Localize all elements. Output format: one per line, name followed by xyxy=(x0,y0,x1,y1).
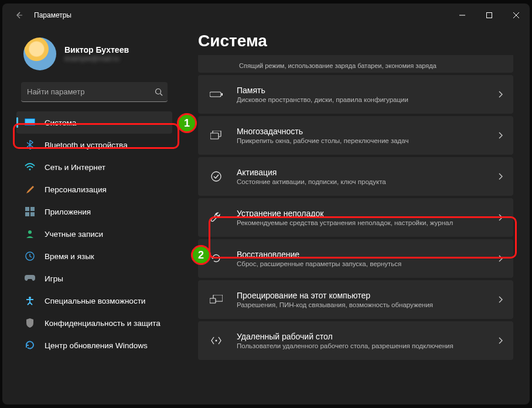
svg-line-6 xyxy=(161,94,163,96)
svg-rect-13 xyxy=(30,212,35,216)
main-panel: Система Спящий режим, использование заря… xyxy=(178,27,530,404)
svg-rect-23 xyxy=(210,298,216,303)
sidebar-item-bluetooth[interactable]: Bluetooth и устройства xyxy=(16,134,172,156)
system-icon xyxy=(25,117,35,128)
sidebar-item-accounts[interactable]: Учетные записи xyxy=(16,223,172,245)
chevron-right-icon xyxy=(498,132,503,139)
back-button[interactable] xyxy=(13,9,25,21)
projecting-icon xyxy=(209,295,224,304)
gaming-icon xyxy=(25,273,35,284)
row-desc: Состояние активации, подписки, ключ прод… xyxy=(237,178,485,185)
svg-rect-12 xyxy=(25,212,29,216)
nav-list: Система Bluetooth и устройства Сеть и Ин… xyxy=(7,111,178,356)
row-title: Активация xyxy=(237,168,485,177)
row-troubleshoot[interactable]: Устранение неполадокРекомендуемые средст… xyxy=(198,198,513,237)
storage-icon xyxy=(209,91,224,98)
row-desc: Прикрепить окна, рабочие столы, переключ… xyxy=(237,137,485,144)
update-icon xyxy=(25,340,35,351)
row-multitasking[interactable]: МногозадачностьПрикрепить окна, рабочие … xyxy=(198,116,513,155)
sidebar-item-gaming[interactable]: Игры xyxy=(16,267,172,290)
maximize-icon xyxy=(486,12,492,18)
close-button[interactable] xyxy=(503,6,530,25)
user-block[interactable]: Виктор Бухтеев example@mail.ru xyxy=(7,33,178,80)
sidebar: Виктор Бухтеев example@mail.ru Система B… xyxy=(2,27,178,404)
window-controls xyxy=(449,6,530,25)
sidebar-item-accessibility[interactable]: Специальные возможности xyxy=(16,290,172,312)
svg-point-16 xyxy=(29,297,31,299)
svg-point-9 xyxy=(29,169,31,171)
svg-point-21 xyxy=(212,172,221,181)
titlebar: Параметры xyxy=(2,4,530,27)
sidebar-item-label: Приложения xyxy=(45,208,91,216)
user-text: Виктор Бухтеев example@mail.ru xyxy=(64,45,129,63)
minimize-button[interactable] xyxy=(449,6,476,25)
sidebar-item-time[interactable]: Время и язык xyxy=(16,245,172,267)
row-activation[interactable]: АктивацияСостояние активации, подписки, … xyxy=(198,157,513,196)
row-recovery[interactable]: ВосстановлениеСброс, расширенные парамет… xyxy=(198,239,513,278)
svg-rect-2 xyxy=(487,13,492,18)
row-title: Память xyxy=(237,86,485,95)
shield-icon xyxy=(25,318,35,328)
page-title: Система xyxy=(198,32,513,50)
row-power-partial[interactable]: Спящий режим, использование заряда батар… xyxy=(198,55,513,73)
row-desc: Спящий режим, использование заряда батар… xyxy=(209,62,436,69)
content-area: Виктор Бухтеев example@mail.ru Система B… xyxy=(2,27,530,404)
settings-window: Параметры Виктор Бухтеев example@mail.ru xyxy=(2,4,530,404)
svg-rect-18 xyxy=(221,93,223,96)
svg-rect-10 xyxy=(25,207,29,211)
svg-rect-17 xyxy=(210,92,221,97)
svg-rect-20 xyxy=(210,133,219,139)
sidebar-item-label: Учетные записи xyxy=(45,230,103,239)
arrow-left-icon xyxy=(14,11,23,20)
row-projecting[interactable]: Проецирование на этот компьютерРазрешени… xyxy=(198,280,513,319)
svg-rect-11 xyxy=(30,207,35,211)
row-title: Удаленный рабочий стол xyxy=(237,332,485,341)
user-email: example@mail.ru xyxy=(64,55,129,63)
clock-icon xyxy=(25,251,35,261)
sidebar-item-system[interactable]: Система xyxy=(16,111,172,134)
svg-point-5 xyxy=(156,89,161,94)
row-title: Многозадачность xyxy=(237,127,485,136)
row-title: Восстановление xyxy=(237,250,485,259)
sidebar-item-network[interactable]: Сеть и Интернет xyxy=(16,156,172,178)
sidebar-item-label: Игры xyxy=(45,274,63,283)
row-desc: Разрешения, ПИН-код связывания, возможно… xyxy=(237,301,485,308)
row-remote[interactable]: Удаленный рабочий столПользователи удале… xyxy=(198,321,513,360)
window-title: Параметры xyxy=(34,11,71,19)
wifi-icon xyxy=(25,162,35,172)
maximize-button[interactable] xyxy=(476,6,503,25)
chevron-right-icon xyxy=(498,214,503,221)
sidebar-item-update[interactable]: Центр обновления Windows xyxy=(16,334,172,356)
sidebar-item-personalization[interactable]: Персонализация xyxy=(16,178,172,200)
chevron-right-icon xyxy=(498,255,503,262)
bluetooth-icon xyxy=(25,140,35,150)
sidebar-item-label: Система xyxy=(45,118,76,127)
svg-rect-8 xyxy=(25,119,35,125)
recovery-icon xyxy=(209,254,224,263)
accounts-icon xyxy=(25,229,35,239)
settings-list: Спящий режим, использование заряда батар… xyxy=(198,55,513,360)
search-box[interactable] xyxy=(21,82,168,102)
sidebar-item-label: Сеть и Интернет xyxy=(45,163,105,172)
search-input[interactable] xyxy=(21,82,168,102)
svg-point-14 xyxy=(28,230,32,234)
user-name: Виктор Бухтеев xyxy=(64,45,129,55)
brush-icon xyxy=(25,184,35,195)
sidebar-item-apps[interactable]: Приложения xyxy=(16,200,172,223)
avatar xyxy=(23,38,56,70)
sidebar-item-label: Специальные возможности xyxy=(45,297,145,305)
chevron-right-icon xyxy=(498,173,503,180)
row-title: Устранение неполадок xyxy=(237,209,485,218)
remote-icon xyxy=(209,336,224,345)
chevron-right-icon xyxy=(498,296,503,303)
accessibility-icon xyxy=(25,295,35,306)
close-icon xyxy=(513,12,519,18)
row-storage[interactable]: ПамятьДисковое пространство, диски, прав… xyxy=(198,75,513,114)
activation-icon xyxy=(209,171,224,182)
multitasking-icon xyxy=(209,131,224,140)
sidebar-item-privacy[interactable]: Конфиденциальность и защита xyxy=(16,312,172,334)
row-title: Проецирование на этот компьютер xyxy=(237,291,485,300)
apps-icon xyxy=(25,206,35,217)
svg-point-24 xyxy=(216,340,217,342)
row-desc: Пользователи удаленного рабочего стола, … xyxy=(237,342,485,349)
